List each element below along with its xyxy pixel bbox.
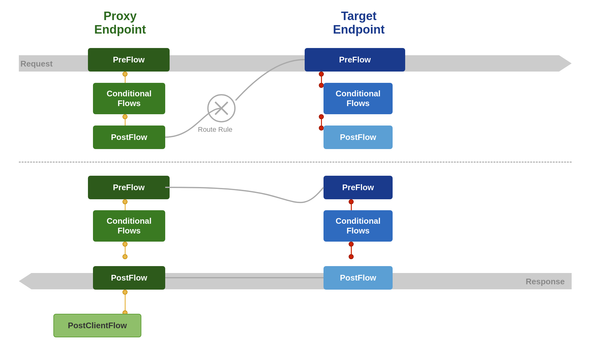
diagram-container: Proxy Endpoint Target Endpoint Request P… bbox=[0, 0, 593, 364]
target-request-postflow: PostFlow bbox=[324, 126, 393, 149]
response-label: Response bbox=[526, 277, 565, 286]
proxy-response-preflow: PreFlow bbox=[88, 176, 170, 199]
request-label: Request bbox=[20, 59, 53, 69]
connector-proxy-resp-conditional-postflow bbox=[122, 242, 128, 259]
route-rule-circle bbox=[207, 94, 236, 122]
connector-proxy-postclientflow bbox=[122, 290, 128, 315]
proxy-request-conditional: Conditional Flows bbox=[93, 83, 165, 114]
proxy-request-preflow: PreFlow bbox=[88, 48, 170, 72]
target-response-conditional: Conditional Flows bbox=[324, 210, 393, 242]
proxy-response-postflow: PostFlow bbox=[93, 266, 165, 290]
target-response-preflow: PreFlow bbox=[324, 176, 393, 199]
connector-target-resp-conditional-postflow bbox=[349, 242, 354, 259]
target-response-postflow: PostFlow bbox=[324, 266, 393, 290]
route-rule-label: Route Rule bbox=[198, 126, 232, 134]
connector-target-conditional-postflow bbox=[319, 114, 324, 131]
target-request-conditional: Conditional Flows bbox=[324, 83, 393, 114]
connector-target-preflow-conditional bbox=[319, 72, 324, 88]
proxy-response-conditional: Conditional Flows bbox=[93, 210, 165, 242]
target-request-preflow: PreFlow bbox=[305, 48, 405, 72]
target-endpoint-title: Target Endpoint bbox=[333, 9, 385, 36]
post-client-flow: PostClientFlow bbox=[53, 314, 141, 337]
proxy-endpoint-title: Proxy Endpoint bbox=[94, 9, 146, 36]
proxy-request-postflow: PostFlow bbox=[93, 126, 165, 149]
dashed-divider bbox=[19, 162, 572, 163]
